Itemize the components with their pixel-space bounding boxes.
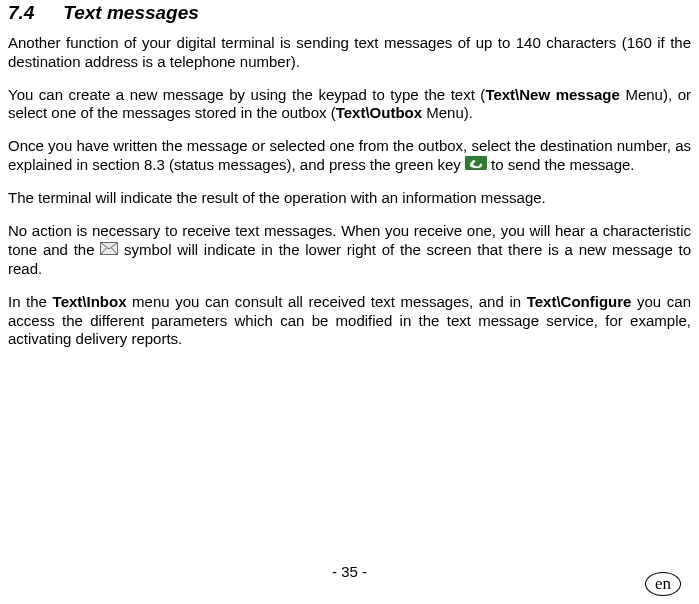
paragraph-1: Another function of your digital termina… — [8, 34, 691, 72]
section-heading: 7.4 Text messages — [8, 2, 691, 24]
page-footer: - 35 - — [0, 563, 699, 580]
text-run: menu you can consult all received text m… — [126, 293, 526, 310]
paragraph-3: Once you have written the message or sel… — [8, 137, 691, 175]
menu-path-outbox: Text\Outbox — [336, 104, 422, 121]
menu-path-configure: Text\Configure — [527, 293, 632, 310]
paragraph-5: No action is necessary to receive text m… — [8, 222, 691, 279]
menu-path-new-message: Text\New message — [485, 86, 620, 103]
language-badge: en — [645, 572, 681, 596]
green-key-icon — [465, 156, 487, 175]
envelope-icon — [100, 241, 118, 260]
section-number: 7.4 — [8, 2, 58, 24]
text-run: You can create a new message by using th… — [8, 86, 485, 103]
paragraph-4: The terminal will indicate the result of… — [8, 189, 691, 208]
menu-path-inbox: Text\Inbox — [53, 293, 127, 310]
text-run: to send the message. — [487, 156, 635, 173]
section-title: Text messages — [63, 2, 199, 23]
page-number: - 35 - — [332, 563, 367, 580]
paragraph-2: You can create a new message by using th… — [8, 86, 691, 124]
paragraph-6: In the Text\Inbox menu you can consult a… — [8, 293, 691, 349]
text-run: Menu). — [422, 104, 473, 121]
text-run: In the — [8, 293, 53, 310]
document-page: 7.4 Text messages Another function of yo… — [0, 0, 699, 604]
